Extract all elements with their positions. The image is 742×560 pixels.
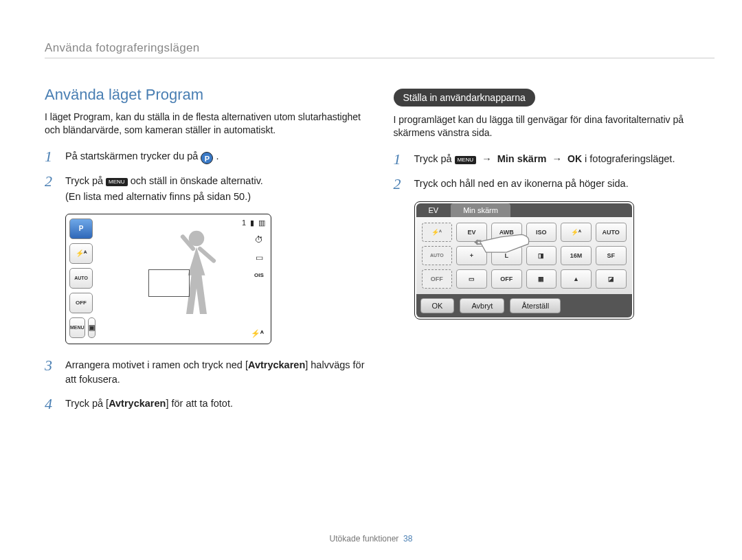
slot-dashed: OFF xyxy=(422,269,453,289)
grid-icon-flash: ⚡ᴬ xyxy=(561,223,592,242)
page-number: 38 xyxy=(403,534,412,544)
grid-icon-ev: EV xyxy=(456,223,487,242)
grid-icon-awb: AWB xyxy=(491,223,522,242)
step-number: 1 xyxy=(45,149,57,164)
footer-label: Utökade funktioner xyxy=(330,534,399,544)
cam-flash-status-icon: ⚡ᴬ xyxy=(251,329,264,338)
step-text: och ställ in önskade alternativ. xyxy=(131,175,263,186)
tab-ev: EV xyxy=(416,203,451,217)
step-text: Tryck på xyxy=(414,153,455,164)
ok-button: OK xyxy=(420,298,455,313)
memory-card-icon: ▮ xyxy=(250,219,254,227)
grid-icon: ▲ xyxy=(561,269,592,289)
menu-icon: MENU xyxy=(455,156,477,164)
camera-screen-figure: P ⚡ᴬ AUTO OFF MENU ▣ 1 ▮ ▥ ⏱ ▭ OIS xyxy=(65,214,271,344)
cam-off-icon: OFF xyxy=(69,293,93,313)
cam-mode-button: P xyxy=(69,219,93,239)
right-step-1: 1 Tryck på MENU → Min skärm → OK i fotog… xyxy=(394,152,715,167)
step-text: i fotograferingsläget. xyxy=(585,153,675,164)
battery-icon: ▥ xyxy=(258,219,265,227)
left-column: Använda läget Program I läget Program, k… xyxy=(45,86,366,421)
step-number: 2 xyxy=(394,177,406,192)
grid-icon: SF xyxy=(596,246,627,265)
step-4: 4 Tryck på [Avtryckaren] för att ta foto… xyxy=(45,396,366,412)
my-screen-label: Min skärm xyxy=(497,153,547,164)
page-footer: Utökade funktioner 38 xyxy=(0,534,742,544)
grid-icon-iso: ISO xyxy=(526,223,557,242)
grid-icon: ◪ xyxy=(596,269,627,289)
ois-icon: OIS xyxy=(253,269,265,282)
intro-text: I läget Program, kan du ställa in de fle… xyxy=(45,111,366,137)
intro-text: I programläget kan du lägga till genväga… xyxy=(394,113,715,139)
step-number: 3 xyxy=(45,358,57,373)
timer-icon: ⏱ xyxy=(253,234,265,246)
step-text: Tryck och håll ned en av ikonerna på hög… xyxy=(414,177,629,191)
grid-icon-focus: AUTO xyxy=(596,223,627,242)
grid-icon: OFF xyxy=(491,269,522,289)
cam-topright-status: 1 ▮ ▥ xyxy=(242,219,265,227)
step-text: Arrangera motivet i ramen och tryck ned … xyxy=(65,359,248,370)
focus-frame xyxy=(148,269,190,297)
reset-button: Återställ xyxy=(510,298,561,313)
grid-icon-16m: 16M xyxy=(561,246,592,265)
grid-icon: ▦ xyxy=(526,269,557,289)
step-subtext: (En lista med alternativ finns på sidan … xyxy=(65,190,263,204)
grid-icon: L xyxy=(491,246,522,265)
cam-display-icon: ▣ xyxy=(88,317,95,338)
right-step-2: 2 Tryck och håll ned en av ikonerna på h… xyxy=(394,177,715,192)
arrow-icon: → xyxy=(552,152,562,166)
step-2: 2 Tryck på MENU och ställ in önskade alt… xyxy=(45,174,366,204)
cam-auto-icon: AUTO xyxy=(69,268,93,289)
grid-icon: ◨ xyxy=(526,246,557,265)
slot-dashed: AUTO xyxy=(422,246,453,265)
cam-menu-button: MENU xyxy=(69,317,85,338)
arrow-icon: → xyxy=(482,152,492,166)
step-text: På startskärmen trycker du på xyxy=(65,150,201,161)
grid-icon: + xyxy=(456,246,487,265)
step-number: 2 xyxy=(45,174,57,189)
step-text: ] för att ta fotot. xyxy=(166,398,233,409)
subsection-pill: Ställa in användarknapparna xyxy=(394,89,535,107)
shutter-label: Avtryckaren xyxy=(248,359,305,370)
step-number: 4 xyxy=(45,396,57,412)
menu-icon: MENU xyxy=(106,178,128,186)
step-text: Tryck på [ xyxy=(65,398,109,409)
cancel-button: Avbryt xyxy=(460,298,504,313)
step-3: 3 Arrangera motivet i ramen och tryck ne… xyxy=(45,358,366,387)
frame-icon: ▭ xyxy=(253,251,265,264)
step-text: . xyxy=(216,150,218,161)
step-text: Tryck på xyxy=(65,175,106,186)
shutter-label: Avtryckaren xyxy=(109,398,166,409)
tab-my-screen: Min skärm xyxy=(451,203,510,217)
my-screen-figure: EV Min skärm ⚡ᴬ EV AWB ISO ⚡ᴬ AUTO AUTO … xyxy=(414,201,634,320)
right-column: Ställa in användarknapparna I programläg… xyxy=(394,86,715,421)
slot-dashed: ⚡ᴬ xyxy=(422,223,453,242)
grid-icon: ▭ xyxy=(456,269,487,289)
cam-flash-icon: ⚡ᴬ xyxy=(69,243,93,264)
ok-icon: OK xyxy=(567,152,582,166)
step-number: 1 xyxy=(394,152,406,167)
program-mode-icon: P xyxy=(201,152,213,164)
section-header: Använda fotograferingslägen xyxy=(45,41,715,58)
page-title: Använda läget Program xyxy=(45,86,366,104)
step-1: 1 På startskärmen trycker du på P . xyxy=(45,149,366,164)
